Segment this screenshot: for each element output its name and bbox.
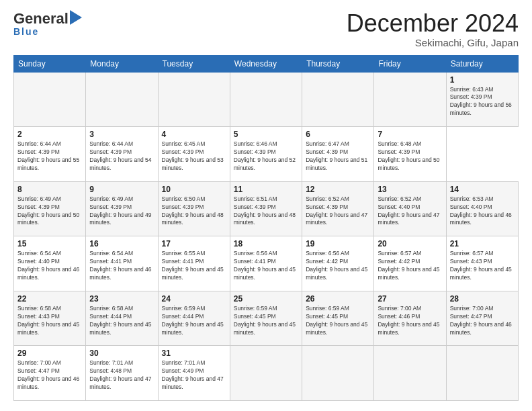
table-row: 7Sunrise: 6:48 AMSunset: 4:39 PMDaylight… [374,127,446,182]
col-sunday: Sunday [14,55,86,72]
sunrise-text: Sunrise: 6:52 AM [306,195,370,203]
daylight-text: Daylight: 9 hours and 45 minutes. [17,321,82,337]
sunset-text: Sunset: 4:39 PM [17,203,82,212]
table-row: 2Sunrise: 6:44 AMSunset: 4:39 PMDaylight… [14,127,86,182]
day-info: Sunrise: 6:48 AMSunset: 4:39 PMDaylight:… [378,140,442,173]
page: General Blue December 2024 Sekimachi, Gi… [0,0,532,411]
day-number: 19 [306,239,370,248]
sunrise-text: Sunrise: 6:49 AM [89,195,154,203]
daylight-text: Daylight: 9 hours and 54 minutes. [89,156,154,173]
sunrise-text: Sunrise: 6:52 AM [378,195,442,203]
day-number: 15 [17,239,82,248]
week-row-5: 29Sunrise: 7:00 AMSunset: 4:47 PMDayligh… [14,346,519,401]
daylight-text: Daylight: 9 hours and 55 minutes. [17,156,82,173]
sunset-text: Sunset: 4:47 PM [450,313,515,321]
table-row: 11Sunrise: 6:51 AMSunset: 4:39 PMDayligh… [230,181,302,236]
table-row: 8Sunrise: 6:49 AMSunset: 4:39 PMDaylight… [14,181,86,236]
table-row: 4Sunrise: 6:45 AMSunset: 4:39 PMDaylight… [158,127,230,182]
table-row: 29Sunrise: 7:00 AMSunset: 4:47 PMDayligh… [14,346,86,401]
table-row: 17Sunrise: 6:55 AMSunset: 4:41 PMDayligh… [158,236,230,291]
day-number: 17 [162,239,226,248]
daylight-text: Daylight: 9 hours and 47 minutes. [306,212,370,228]
sunrise-text: Sunrise: 6:54 AM [17,250,82,258]
day-number: 23 [89,294,154,304]
day-info: Sunrise: 6:51 AMSunset: 4:39 PMDaylight:… [234,195,298,228]
day-info: Sunrise: 6:52 AMSunset: 4:40 PMDaylight:… [378,195,442,228]
sunrise-text: Sunrise: 6:58 AM [17,305,82,313]
daylight-text: Daylight: 9 hours and 45 minutes. [89,321,154,337]
daylight-text: Daylight: 9 hours and 47 minutes. [89,375,154,392]
sunset-text: Sunset: 4:39 PM [162,148,226,156]
day-number: 22 [17,294,82,304]
day-info: Sunrise: 7:00 AMSunset: 4:46 PMDaylight:… [378,305,442,337]
sunset-text: Sunset: 4:45 PM [234,313,298,321]
sunset-text: Sunset: 4:39 PM [89,148,154,156]
table-row: 19Sunrise: 6:56 AMSunset: 4:42 PMDayligh… [302,236,374,291]
table-row: 20Sunrise: 6:57 AMSunset: 4:42 PMDayligh… [374,236,446,291]
table-row: 10Sunrise: 6:50 AMSunset: 4:39 PMDayligh… [158,181,230,236]
table-row [302,72,374,127]
logo-line: General [13,10,82,28]
day-info: Sunrise: 6:45 AMSunset: 4:39 PMDaylight:… [162,140,226,173]
day-info: Sunrise: 6:53 AMSunset: 4:40 PMDaylight:… [450,195,515,228]
day-number: 3 [89,130,154,139]
sunset-text: Sunset: 4:40 PM [450,203,515,212]
table-row: 9Sunrise: 6:49 AMSunset: 4:39 PMDaylight… [86,181,158,236]
day-number: 2 [17,130,82,139]
day-number: 11 [234,185,298,194]
table-row: 15Sunrise: 6:54 AMSunset: 4:40 PMDayligh… [14,236,86,291]
sunrise-text: Sunrise: 6:57 AM [378,250,442,258]
sunset-text: Sunset: 4:47 PM [17,367,82,375]
week-row-2: 8Sunrise: 6:49 AMSunset: 4:39 PMDaylight… [14,181,519,236]
sunset-text: Sunset: 4:41 PM [234,258,298,266]
daylight-text: Daylight: 9 hours and 49 minutes. [89,212,154,228]
col-friday: Friday [374,55,446,72]
sunrise-text: Sunrise: 7:01 AM [89,359,154,367]
table-row: 26Sunrise: 6:59 AMSunset: 4:45 PMDayligh… [302,291,374,346]
day-number: 28 [450,294,515,304]
sunrise-text: Sunrise: 6:53 AM [450,195,515,203]
daylight-text: Daylight: 9 hours and 52 minutes. [234,156,298,173]
day-info: Sunrise: 6:58 AMSunset: 4:44 PMDaylight:… [89,305,154,337]
sunset-text: Sunset: 4:43 PM [450,258,515,266]
daylight-text: Daylight: 9 hours and 45 minutes. [234,321,298,337]
sunrise-text: Sunrise: 6:56 AM [234,250,298,258]
col-monday: Monday [86,55,158,72]
logo-general-text: General [13,10,69,28]
sunrise-text: Sunrise: 6:49 AM [17,195,82,203]
day-info: Sunrise: 6:49 AMSunset: 4:39 PMDaylight:… [89,195,154,228]
svg-marker-0 [70,10,82,25]
table-row [374,346,446,401]
sunset-text: Sunset: 4:44 PM [162,313,226,321]
daylight-text: Daylight: 9 hours and 50 minutes. [378,156,442,173]
daylight-text: Daylight: 9 hours and 47 minutes. [378,212,442,228]
sunrise-text: Sunrise: 6:54 AM [89,250,154,258]
table-row [374,72,446,127]
sunset-text: Sunset: 4:48 PM [89,367,154,375]
day-info: Sunrise: 6:52 AMSunset: 4:39 PMDaylight:… [306,195,370,228]
daylight-text: Daylight: 9 hours and 46 minutes. [17,266,82,282]
daylight-text: Daylight: 9 hours and 53 minutes. [162,156,226,173]
sunrise-text: Sunrise: 6:59 AM [162,305,226,313]
sunrise-text: Sunrise: 6:57 AM [450,250,515,258]
day-info: Sunrise: 7:00 AMSunset: 4:47 PMDaylight:… [17,359,82,392]
day-number: 21 [450,239,515,248]
month-title: December 2024 [347,10,519,37]
sunset-text: Sunset: 4:39 PM [450,93,515,101]
day-number: 9 [89,185,154,194]
sunset-text: Sunset: 4:39 PM [306,148,370,156]
day-number: 7 [378,130,442,139]
daylight-text: Daylight: 9 hours and 45 minutes. [306,321,370,337]
table-row: 6Sunrise: 6:47 AMSunset: 4:39 PMDaylight… [302,127,374,182]
sunset-text: Sunset: 4:39 PM [89,203,154,212]
day-number: 26 [306,294,370,304]
table-row: 13Sunrise: 6:52 AMSunset: 4:40 PMDayligh… [374,181,446,236]
calendar-header-row: Sunday Monday Tuesday Wednesday Thursday… [14,55,519,72]
day-number: 5 [234,130,298,139]
daylight-text: Daylight: 9 hours and 48 minutes. [162,212,226,228]
day-number: 29 [17,349,82,358]
daylight-text: Daylight: 9 hours and 45 minutes. [378,321,442,337]
sunrise-text: Sunrise: 7:00 AM [17,359,82,367]
col-saturday: Saturday [446,55,518,72]
sunset-text: Sunset: 4:45 PM [306,313,370,321]
